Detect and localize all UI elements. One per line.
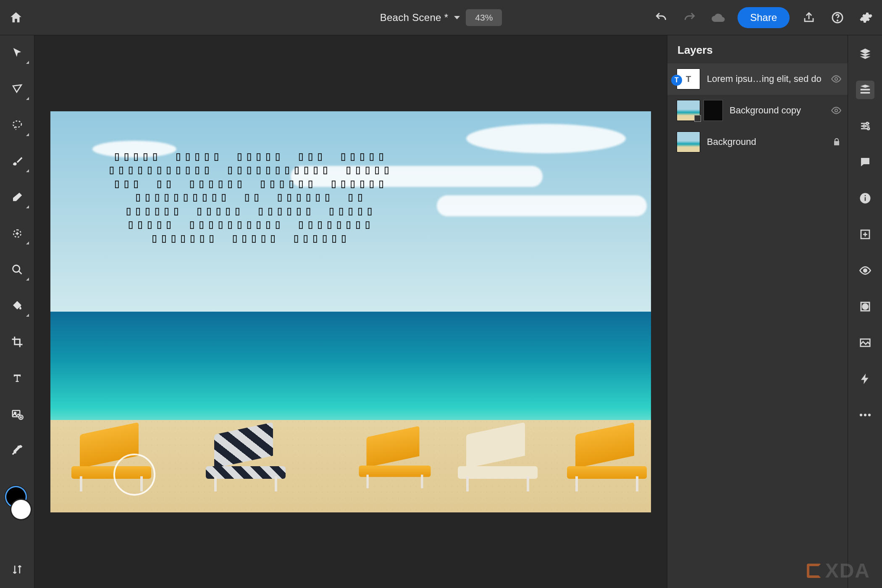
lock-icon[interactable]: [832, 137, 842, 147]
canvas-area[interactable]: ▯▯▯▯▯ ▯▯▯▯▯ ▯▯▯▯▯ ▯▯▯ ▯▯▯▯▯ ▯▯▯▯▯▯▯▯▯▯▯ …: [34, 35, 667, 588]
layer-thumb-image: [677, 131, 700, 152]
spot-heal-tool[interactable]: [7, 223, 27, 244]
svg-point-2: [13, 121, 21, 127]
document-title-text: Beach Scene *: [380, 12, 449, 24]
svg-point-1: [837, 20, 838, 21]
gear-icon[interactable]: [857, 8, 875, 27]
lasso-tool[interactable]: [7, 115, 27, 135]
layer-row[interactable]: Background: [667, 126, 848, 158]
crop-tool[interactable]: [7, 332, 27, 352]
svg-point-4: [13, 265, 19, 272]
beach-chair: [563, 428, 651, 491]
brush-tool[interactable]: [7, 151, 27, 171]
add-icon[interactable]: [856, 225, 874, 244]
color-swatches[interactable]: [5, 487, 30, 538]
undo-icon[interactable]: [652, 8, 670, 27]
layer-thumb-smart: [677, 100, 700, 121]
canvas-text-layer[interactable]: ▯▯▯▯▯ ▯▯▯▯▯ ▯▯▯▯▯ ▯▯▯ ▯▯▯▯▯ ▯▯▯▯▯▯▯▯▯▯▯ …: [82, 149, 418, 245]
panel-title: Layers: [667, 35, 848, 63]
svg-point-12: [867, 128, 869, 130]
chevron-down-icon: [454, 16, 460, 19]
mask-icon[interactable]: [856, 297, 874, 316]
svg-point-21: [859, 414, 862, 416]
background-color[interactable]: [11, 500, 31, 519]
share-button[interactable]: Share: [738, 7, 790, 28]
adjustments-icon[interactable]: [856, 117, 874, 135]
beach-chair: [202, 428, 290, 491]
beach-chair: [454, 428, 542, 491]
help-icon[interactable]: [828, 8, 847, 27]
layer-name: Lorem ipsu…ing elit, sed do: [707, 74, 824, 84]
svg-point-9: [835, 109, 838, 112]
right-rail: [848, 35, 882, 588]
layer-row[interactable]: T Lorem ipsu…ing elit, sed do: [667, 63, 848, 95]
redo-icon[interactable]: [680, 8, 699, 27]
layer-mask-thumb: [704, 100, 723, 121]
layer-name: Background copy: [730, 105, 824, 116]
ocean-region: [50, 312, 651, 432]
watermark-text: XDA: [825, 559, 870, 582]
image-layer-icon[interactable]: [856, 333, 874, 352]
document-canvas[interactable]: ▯▯▯▯▯ ▯▯▯▯▯ ▯▯▯▯▯ ▯▯▯ ▯▯▯▯▯ ▯▯▯▯▯▯▯▯▯▯▯ …: [50, 111, 651, 512]
eraser-tool[interactable]: [7, 187, 27, 207]
top-bar: Beach Scene * 43% Share: [0, 0, 882, 35]
zoom-percent[interactable]: 43%: [466, 9, 502, 26]
comments-icon[interactable]: [856, 153, 874, 171]
svg-rect-14: [864, 197, 866, 201]
quick-action-icon[interactable]: [856, 370, 874, 388]
visibility-icon[interactable]: [831, 105, 842, 116]
svg-point-11: [863, 125, 865, 127]
svg-point-17: [864, 269, 867, 272]
info-icon[interactable]: [856, 189, 874, 207]
move-tool[interactable]: [7, 43, 27, 63]
cloud-sync-icon[interactable]: [709, 8, 727, 27]
main-row: ▯▯▯▯▯ ▯▯▯▯▯ ▯▯▯▯▯ ▯▯▯ ▯▯▯▯▯ ▯▯▯▯▯▯▯▯▯▯▯ …: [0, 35, 882, 588]
watermark: XDA: [807, 559, 870, 582]
svg-point-10: [866, 122, 868, 124]
transform-tool[interactable]: [7, 79, 27, 99]
visibility-icon[interactable]: [831, 74, 842, 84]
svg-point-8: [835, 78, 838, 81]
swap-colors-icon[interactable]: [7, 559, 27, 580]
svg-point-23: [868, 414, 870, 416]
beach-chair: [355, 431, 435, 488]
visibility-icon[interactable]: [856, 261, 874, 280]
layer-name: Background: [707, 136, 825, 147]
layer-row[interactable]: Background copy: [667, 95, 848, 126]
svg-point-19: [862, 304, 868, 310]
selection-ring: [113, 454, 155, 496]
svg-rect-15: [864, 195, 866, 197]
layer-thumb-text: T: [677, 68, 700, 89]
eyedropper-tool[interactable]: [7, 440, 27, 460]
home-icon[interactable]: [7, 8, 25, 27]
document-title[interactable]: Beach Scene *: [380, 12, 460, 24]
type-tool[interactable]: [7, 368, 27, 388]
layers-panel: Layers T Lorem ipsu…ing elit, sed do Bac…: [667, 35, 848, 588]
left-toolbar: [0, 35, 34, 588]
place-image-tool[interactable]: [7, 404, 27, 424]
zoom-tool[interactable]: [7, 260, 27, 280]
layer-properties-icon[interactable]: [856, 81, 874, 99]
export-icon[interactable]: [800, 8, 818, 27]
more-icon[interactable]: [856, 406, 874, 424]
layers-icon[interactable]: [856, 45, 874, 63]
fill-tool[interactable]: [7, 296, 27, 316]
svg-point-22: [864, 414, 866, 416]
